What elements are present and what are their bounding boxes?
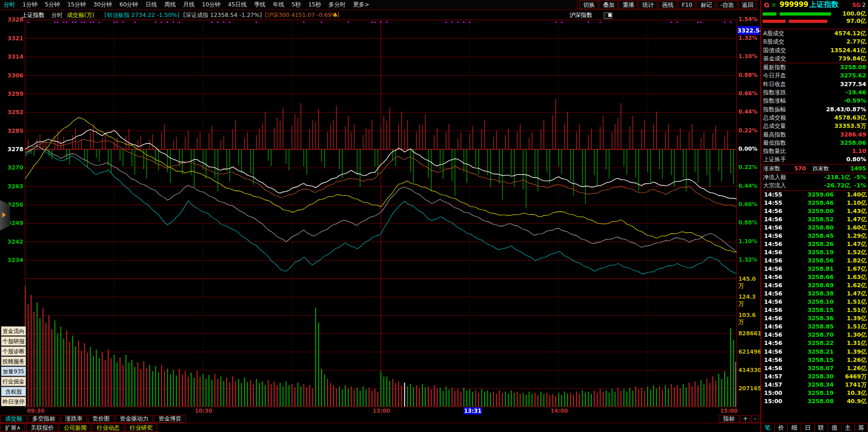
event-dot[interactable]	[730, 22, 732, 23]
tick-row[interactable]: 14:563259.001.43亿	[761, 207, 868, 215]
quote-tab-联[interactable]: 联	[815, 423, 828, 432]
event-dot[interactable]	[27, 22, 29, 23]
event-dot[interactable]	[386, 22, 388, 23]
event-dot[interactable]	[93, 22, 94, 23]
event-dot[interactable]	[697, 22, 699, 23]
zoom-in-button[interactable]: +	[740, 415, 750, 423]
event-dot[interactable]	[134, 22, 136, 23]
event-dot[interactable]	[84, 22, 85, 23]
indicator-tab[interactable]: 资金博弈	[154, 415, 186, 423]
event-dot[interactable]	[116, 22, 118, 23]
indicator-button[interactable]: 指标	[719, 415, 739, 423]
tick-row[interactable]: 14:563258.361.39亿	[761, 314, 868, 323]
indicator-tab[interactable]: 成交额	[0, 415, 27, 423]
event-dot[interactable]	[600, 22, 601, 23]
tick-row[interactable]: 14:573258.306469万	[761, 372, 868, 381]
event-dot[interactable]	[371, 22, 373, 23]
quote-tab-笔[interactable]: 笔	[761, 423, 775, 432]
event-dot[interactable]	[348, 22, 349, 23]
quick-link-2[interactable]: 个股诊断	[1, 346, 26, 356]
info-tab[interactable]: 行业动态	[92, 423, 124, 432]
event-dot[interactable]	[469, 22, 470, 23]
event-dot[interactable]	[217, 22, 218, 23]
tick-row[interactable]: 15:003258.0840.9亿	[761, 397, 868, 405]
event-dot[interactable]	[81, 22, 82, 23]
event-dot[interactable]	[445, 22, 447, 23]
tick-row[interactable]: 14:563258.221.31亿	[761, 339, 868, 347]
quick-link-5[interactable]: 行业掘金	[1, 377, 26, 386]
quick-link-1[interactable]: 个股研报	[1, 336, 26, 346]
tick-row[interactable]: 14:563258.561.82亿	[761, 257, 868, 265]
tick-row[interactable]: 14:563258.261.47亿	[761, 240, 868, 248]
tick-row[interactable]: 14:553258.461.10亿	[761, 199, 868, 207]
event-dot[interactable]	[561, 22, 562, 23]
event-dot[interactable]	[63, 22, 65, 23]
tick-row[interactable]: 14:563258.691.62亿	[761, 281, 868, 290]
quote-tab-值[interactable]: 值	[828, 423, 841, 432]
sidebar-collapse-handle[interactable]	[0, 200, 10, 230]
event-dot[interactable]	[167, 22, 168, 23]
event-dot[interactable]	[54, 22, 55, 23]
tick-row[interactable]: 14:563258.521.47亿	[761, 215, 868, 224]
quote-tab-筹[interactable]: 筹	[855, 423, 868, 432]
event-dot[interactable]	[700, 22, 702, 23]
info-tab[interactable]: 公司新闻	[59, 423, 91, 432]
event-dot[interactable]	[66, 22, 67, 23]
event-dot[interactable]	[457, 22, 459, 23]
quick-link-3[interactable]: 投顾服务	[1, 356, 26, 366]
info-tab[interactable]: 关联报价	[26, 423, 58, 432]
tick-row[interactable]: 15:003258.1910.3亿	[761, 389, 868, 397]
event-dot[interactable]	[75, 22, 76, 23]
info-tab[interactable]: 扩展∧	[0, 423, 25, 432]
tick-row[interactable]: 14:563258.071.26亿	[761, 364, 868, 372]
event-dot[interactable]	[555, 22, 557, 23]
event-dot[interactable]	[173, 22, 174, 23]
event-dot[interactable]	[321, 22, 322, 23]
tick-row[interactable]: 14:563258.151.26亿	[761, 356, 868, 364]
event-dot[interactable]	[229, 22, 230, 23]
event-dot[interactable]	[211, 22, 213, 23]
event-dot[interactable]	[98, 22, 100, 23]
tick-row[interactable]: 14:563258.851.51亿	[761, 323, 868, 331]
event-dot[interactable]	[122, 22, 124, 23]
event-dot[interactable]	[90, 22, 91, 23]
event-dot[interactable]	[463, 22, 464, 23]
event-dot[interactable]	[380, 22, 382, 23]
indicator-tab[interactable]: 涨跌率	[61, 415, 87, 423]
tick-row[interactable]: 14:563258.811.67亿	[761, 265, 868, 273]
event-dot[interactable]	[161, 22, 162, 23]
quick-link-4[interactable]: 放量935	[1, 366, 26, 376]
event-dot[interactable]	[671, 22, 672, 23]
intraday-chart[interactable]	[0, 0, 760, 415]
event-dot[interactable]	[114, 22, 115, 23]
quote-tab-细[interactable]: 细	[788, 423, 801, 432]
tick-row[interactable]: 14:563258.661.63亿	[761, 273, 868, 281]
tick-row[interactable]: 14:573258.341741万	[761, 381, 868, 389]
event-dot[interactable]	[724, 22, 726, 23]
info-tab[interactable]: 行业研究	[125, 423, 157, 432]
quote-tab-价[interactable]: 价	[775, 423, 788, 432]
event-dot[interactable]	[303, 22, 305, 23]
tick-row[interactable]: 14:563258.801.60亿	[761, 224, 868, 232]
quick-link-6[interactable]: 含权股	[1, 387, 26, 396]
quick-link-0[interactable]: 资金流向	[1, 326, 26, 336]
event-dot[interactable]	[72, 22, 73, 23]
tick-row[interactable]: 14:563258.381.47亿	[761, 290, 868, 298]
tick-row[interactable]: 14:563258.701.30亿	[761, 331, 868, 339]
tick-row[interactable]: 14:563258.211.39亿	[761, 348, 868, 356]
event-dot[interactable]	[451, 22, 453, 23]
event-dot[interactable]	[588, 22, 589, 23]
quote-tab-主[interactable]: 主	[841, 423, 855, 432]
tick-row[interactable]: 14:563258.101.51亿	[761, 298, 868, 306]
tick-row[interactable]: 14:563258.191.52亿	[761, 248, 868, 257]
tick-row[interactable]: 14:563258.151.51亿	[761, 306, 868, 314]
indicator-tab[interactable]: 多空指标	[28, 415, 60, 423]
event-dot[interactable]	[179, 22, 180, 23]
event-dot[interactable]	[374, 22, 376, 23]
event-dot[interactable]	[155, 22, 156, 23]
indicator-tab[interactable]: 竞价图	[88, 415, 115, 423]
tick-row[interactable]: 14:563258.451.29亿	[761, 232, 868, 240]
hamburger-icon[interactable]: ≡	[771, 1, 776, 8]
indicator-tab[interactable]: 资金驱动力	[115, 415, 153, 423]
zoom-out-button[interactable]: -	[751, 415, 759, 423]
